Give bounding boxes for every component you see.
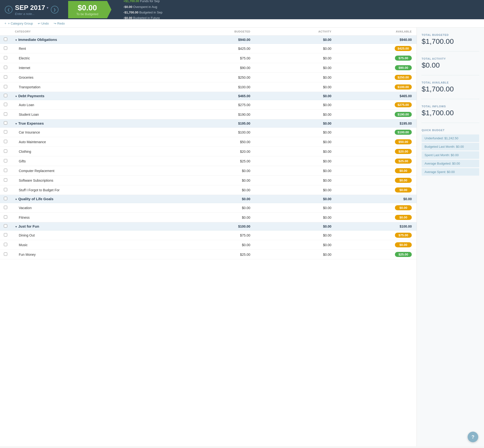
category-available[interactable]: $90.00 <box>335 63 417 73</box>
table-row[interactable]: Stuff I Forgot to Budget For $0.00 $0.00… <box>0 185 417 195</box>
table-row[interactable]: Dining Out $75.00 $0.00 $75.00 <box>0 231 417 240</box>
category-checkbox[interactable] <box>4 47 7 50</box>
available-badge[interactable]: $100.00 <box>395 130 412 135</box>
category-available[interactable]: $20.00 <box>335 147 417 156</box>
category-checkbox[interactable] <box>4 56 7 59</box>
table-row[interactable]: Car Insurance $100.00 $0.00 $100.00 <box>0 128 417 137</box>
table-row[interactable]: Vacation $0.00 $0.00 $0.00 <box>0 203 417 213</box>
category-checkbox[interactable] <box>4 75 7 79</box>
available-badge[interactable]: $250.00 <box>395 75 412 80</box>
category-checkbox[interactable] <box>4 233 7 237</box>
category-available[interactable]: $275.00 <box>335 100 417 110</box>
prev-month-button[interactable]: ❮ <box>5 6 13 14</box>
category-budgeted[interactable]: $250.00 <box>173 73 254 82</box>
category-checkbox[interactable] <box>4 112 7 116</box>
category-checkbox[interactable] <box>4 85 7 88</box>
category-available[interactable]: $75.00 <box>335 231 417 240</box>
category-checkbox[interactable] <box>4 130 7 134</box>
table-row[interactable]: Electric $75.00 $0.00 $75.00 <box>0 53 417 63</box>
category-checkbox[interactable] <box>4 206 7 209</box>
category-available[interactable]: $0.00 <box>335 213 417 222</box>
group-checkbox[interactable] <box>4 197 7 200</box>
available-badge[interactable]: $100.00 <box>395 84 412 89</box>
table-row[interactable]: Transportation $100.00 $0.00 $100.00 <box>0 82 417 92</box>
category-budgeted[interactable]: $25.00 <box>173 156 254 166</box>
category-budgeted[interactable]: $75.00 <box>173 231 254 240</box>
table-row[interactable]: Student Loan $190.00 $0.00 $190.00 <box>0 110 417 119</box>
group-checkbox[interactable] <box>4 121 7 125</box>
group-checkbox[interactable] <box>4 38 7 41</box>
category-budgeted[interactable]: $190.00 <box>173 110 254 119</box>
table-row[interactable]: Gifts $25.00 $0.00 $25.00 <box>0 156 417 166</box>
category-budgeted[interactable]: $0.00 <box>173 213 254 222</box>
category-checkbox[interactable] <box>4 188 7 191</box>
quick-budget-item[interactable]: Average Budgeted: $0.00 <box>422 160 479 167</box>
category-available[interactable]: $0.00 <box>335 166 417 176</box>
available-badge[interactable]: $20.00 <box>395 149 412 154</box>
available-badge[interactable]: $275.00 <box>395 102 412 107</box>
category-budgeted[interactable]: $90.00 <box>173 63 254 73</box>
category-budgeted[interactable]: $0.00 <box>173 176 254 185</box>
category-budgeted[interactable]: $20.00 <box>173 147 254 156</box>
available-badge[interactable]: $0.00 <box>395 242 412 247</box>
category-available[interactable]: $25.00 <box>335 156 417 166</box>
category-budgeted[interactable]: $25.00 <box>173 250 254 259</box>
table-row[interactable]: Auto Maintenance $50.00 $0.00 $50.00 <box>0 137 417 147</box>
category-checkbox[interactable] <box>4 140 7 143</box>
category-available[interactable]: $190.00 <box>335 110 417 119</box>
category-checkbox[interactable] <box>4 66 7 69</box>
category-checkbox[interactable] <box>4 178 7 182</box>
help-button[interactable]: ? <box>468 432 478 442</box>
category-available[interactable]: $75.00 <box>335 53 417 63</box>
category-available[interactable]: $100.00 <box>335 128 417 137</box>
collapse-triangle[interactable]: ▼ <box>15 198 17 201</box>
collapse-triangle[interactable]: ▼ <box>15 225 17 228</box>
available-badge[interactable]: $50.00 <box>395 139 412 144</box>
category-available[interactable]: $425.00 <box>335 44 417 53</box>
category-available[interactable]: $0.00 <box>335 240 417 250</box>
table-row[interactable]: Groceries $250.00 $0.00 $250.00 <box>0 73 417 82</box>
available-badge[interactable]: $190.00 <box>395 112 412 117</box>
category-available[interactable]: $25.00 <box>335 250 417 259</box>
category-checkbox[interactable] <box>4 215 7 219</box>
available-badge[interactable]: $0.00 <box>395 168 412 173</box>
group-row[interactable]: ▼Quality of Life Goals $0.00 $0.00 $0.00 <box>0 195 417 203</box>
collapse-triangle[interactable]: ▼ <box>15 39 17 41</box>
category-budgeted[interactable]: $275.00 <box>173 100 254 110</box>
table-row[interactable]: Software Subscriptions $0.00 $0.00 $0.00 <box>0 176 417 185</box>
available-badge[interactable]: $0.00 <box>395 205 412 210</box>
table-row[interactable]: Auto Loan $275.00 $0.00 $275.00 <box>0 100 417 110</box>
available-badge[interactable]: $425.00 <box>395 46 412 51</box>
category-budgeted[interactable]: $0.00 <box>173 166 254 176</box>
quick-budget-item[interactable]: Underfunded: $1,242.50 <box>422 135 479 142</box>
table-row[interactable]: Fun Money $25.00 $0.00 $25.00 <box>0 250 417 259</box>
category-available[interactable]: $0.00 <box>335 203 417 213</box>
category-checkbox[interactable] <box>4 169 7 172</box>
quick-budget-item[interactable]: Spent Last Month: $0.00 <box>422 151 479 159</box>
redo-button[interactable]: ↪ Redo <box>54 22 65 25</box>
available-badge[interactable]: $75.00 <box>395 233 412 238</box>
available-badge[interactable]: $90.00 <box>395 65 412 70</box>
undo-button[interactable]: ↩ Undo <box>38 22 49 25</box>
category-checkbox[interactable] <box>4 243 7 246</box>
month-dropdown-icon[interactable]: ▾ <box>47 6 49 10</box>
group-checkbox[interactable] <box>4 94 7 97</box>
category-budgeted[interactable]: $0.00 <box>173 203 254 213</box>
category-checkbox[interactable] <box>4 159 7 162</box>
category-available[interactable]: $100.00 <box>335 82 417 92</box>
category-budgeted[interactable]: $100.00 <box>173 82 254 92</box>
category-available[interactable]: $250.00 <box>335 73 417 82</box>
table-row[interactable]: Music $0.00 $0.00 $0.00 <box>0 240 417 250</box>
available-badge[interactable]: $25.00 <box>395 252 412 257</box>
available-badge[interactable]: $75.00 <box>395 56 412 61</box>
add-category-group-button[interactable]: ＋ + Category Group <box>4 21 33 25</box>
month-note[interactable]: Enter a note... <box>15 12 49 16</box>
category-available[interactable]: $0.00 <box>335 185 417 195</box>
table-row[interactable]: Computer Replacement $0.00 $0.00 $0.00 <box>0 166 417 176</box>
to-be-budgeted[interactable]: $0.00 To be Budgeted <box>68 1 112 18</box>
group-row[interactable]: ▼Just for Fun $100.00 $0.00 $100.00 <box>0 222 417 231</box>
group-checkbox[interactable] <box>4 224 7 228</box>
category-checkbox[interactable] <box>4 252 7 256</box>
category-budgeted[interactable]: $100.00 <box>173 128 254 137</box>
category-checkbox[interactable] <box>4 149 7 153</box>
